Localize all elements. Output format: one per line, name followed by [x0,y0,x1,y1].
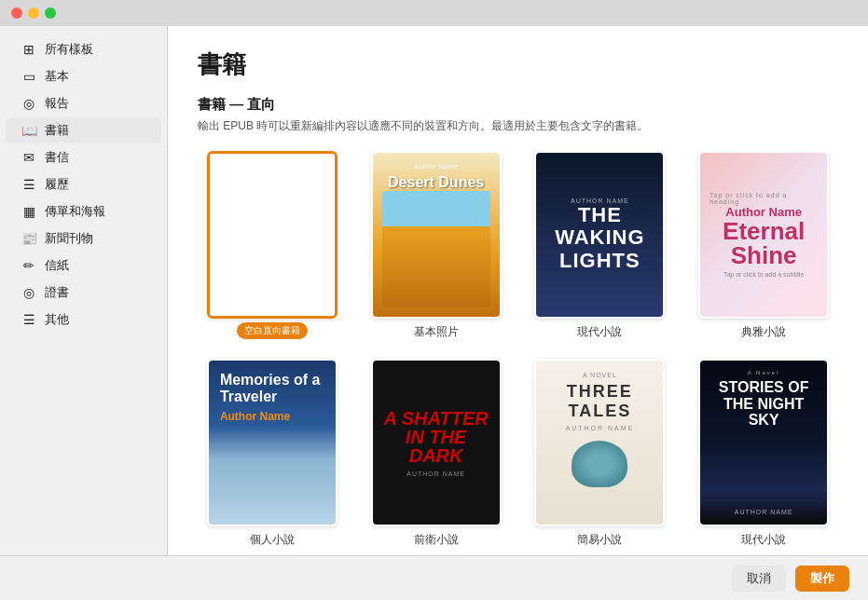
basic-icon: ▭ [21,68,37,85]
sidebar-item-newsletter[interactable]: 📰 新聞刊物 [6,225,161,252]
maximize-button[interactable] [45,7,56,19]
other-icon: ☰ [21,311,37,328]
sidebar-item-letter[interactable]: ✉ 書信 [6,144,161,170]
template-thumb-desert: Author Name Desert Dunes [371,151,502,319]
eternal-tip: Tap or click to add a heading [710,192,818,205]
sidebar-item-stationery-label: 信紙 [45,257,69,274]
template-waking-lights[interactable]: Author Name THE WAKING LIGHTS 現代小說 [526,151,675,340]
template-thumb-shatter: A Shatter in the Dark AUTHOR NAME [371,359,502,526]
desert-title: Desert Dunes [382,174,490,191]
template-label-memories: 個人小說 [250,532,295,548]
sidebar-item-flyer[interactable]: ▦ 傳單和海報 [6,198,161,225]
three-tales-author: AUTHOR NAME [566,425,635,431]
template-label-eternal-shine: 典雅小說 [741,324,786,340]
template-three-tales[interactable]: A Novel THREE TALES AUTHOR NAME 簡易小說 [526,359,675,548]
template-blank[interactable]: 空白直向書籍 [198,151,347,340]
sidebar-item-resume[interactable]: ☰ 履歷 [6,171,161,198]
shatter-author: AUTHOR NAME [406,470,465,477]
cancel-button[interactable]: 取消 [732,566,786,592]
eternal-title: Eternal Shine [710,219,818,267]
three-tales-novel: A Novel [583,372,617,378]
templates-scroll: 空白直向書籍 Author Name Desert Dunes 基本照片 [168,151,868,555]
sidebar-item-certificate[interactable]: ◎ 證書 [6,280,161,306]
page-title: 書籍 [198,48,838,81]
all-templates-icon: ⊞ [21,41,37,58]
night-sky-novel: A Novel [748,370,780,375]
sidebar-item-basic-label: 基本 [45,68,69,85]
template-eternal-shine[interactable]: Tap or click to add a heading Author Nam… [689,151,838,340]
eternal-subtitle: Tap or click to add a subtitle [723,271,804,278]
minimize-button[interactable] [28,7,39,19]
sidebar-item-flyer-label: 傳單和海報 [45,203,105,220]
template-label-three-tales: 簡易小說 [577,532,622,548]
memories-title: Memories of a Traveler [220,372,324,404]
sidebar-item-certificate-label: 證書 [45,284,69,301]
sidebar-item-basic[interactable]: ▭ 基本 [6,63,161,89]
template-thumb-night-sky: A Novel STORIES OF THE NIGHT SKY AUTHOR … [698,359,829,526]
template-desert[interactable]: Author Name Desert Dunes 基本照片 [362,151,511,340]
template-thumb-eternal-shine: Tap or click to add a heading Author Nam… [698,151,829,319]
resume-icon: ☰ [21,176,37,193]
content-area: 書籍 書籍 — 直向 輸出 EPUB 時可以重新編排內容以適應不同的裝置和方向。… [168,26,868,555]
footer: 取消 製作 [0,555,868,600]
templates-grid: 空白直向書籍 Author Name Desert Dunes 基本照片 [198,151,838,555]
letter-icon: ✉ [21,149,37,166]
sidebar-item-report-label: 報告 [45,95,69,112]
template-label-waking-lights: 現代小說 [577,324,622,340]
close-button[interactable] [11,7,22,19]
sidebar: ⊞ 所有樣板 ▭ 基本 ◎ 報告 📖 書籍 ✉ 書信 ☰ 履歷 ▦ 傳單和海報 … [0,26,168,555]
titlebar [0,0,868,26]
create-button[interactable]: 製作 [795,566,849,592]
sidebar-item-stationery[interactable]: ✏ 信紙 [6,252,161,279]
report-icon: ◎ [21,95,37,112]
sidebar-item-report[interactable]: ◎ 報告 [6,90,161,116]
section-title: 書籍 — 直向 [198,96,838,114]
sidebar-item-all-label: 所有樣板 [45,41,93,58]
shatter-title: A Shatter in the Dark [380,409,492,465]
template-thumb-waking-lights: Author Name THE WAKING LIGHTS [534,151,665,319]
sidebar-item-other[interactable]: ☰ 其他 [6,307,161,333]
template-badge-blank: 空白直向書籍 [237,322,308,339]
sidebar-item-letter-label: 書信 [45,149,69,166]
sidebar-item-resume-label: 履歷 [45,176,69,193]
certificate-icon: ◎ [21,284,37,301]
waking-title: THE WAKING LIGHTS [545,204,654,272]
section-desc: 輸出 EPUB 時可以重新編排內容以適應不同的裝置和方向。最適用於主要包含文字的… [198,117,838,134]
desert-author: Author Name [382,162,490,170]
template-label-night-sky: 現代小說 [741,532,786,548]
sidebar-item-book[interactable]: 📖 書籍 [6,117,161,143]
sidebar-item-book-label: 書籍 [45,122,69,139]
traffic-lights [11,7,56,19]
newsletter-icon: 📰 [21,230,37,247]
template-thumb-three-tales: A Novel THREE TALES AUTHOR NAME [534,359,665,526]
content-header: 書籍 書籍 — 直向 輸出 EPUB 時可以重新編排內容以適應不同的裝置和方向。… [168,26,868,151]
main-layout: ⊞ 所有樣板 ▭ 基本 ◎ 報告 📖 書籍 ✉ 書信 ☰ 履歷 ▦ 傳單和海報 … [0,26,868,555]
sidebar-item-all[interactable]: ⊞ 所有樣板 [6,36,161,62]
template-label-desert: 基本照片 [414,324,459,340]
template-thumb-memories: Memories of a Traveler Author Name [207,359,338,526]
night-sky-title: STORIES OF THE NIGHT SKY [710,379,818,429]
template-memories[interactable]: Memories of a Traveler Author Name 個人小說 [198,359,347,548]
three-tales-egg-image [572,441,627,487]
night-sky-author: AUTHOR NAME [735,509,793,515]
three-tales-title: THREE TALES [547,382,652,421]
template-night-sky[interactable]: A Novel STORIES OF THE NIGHT SKY AUTHOR … [689,359,838,548]
desert-image [382,191,490,307]
book-icon: 📖 [21,122,37,139]
template-label-shatter: 前衛小說 [414,532,459,548]
flyer-icon: ▦ [21,203,37,220]
stationery-icon: ✏ [21,257,37,274]
sidebar-item-other-label: 其他 [45,311,69,328]
template-shatter[interactable]: A Shatter in the Dark AUTHOR NAME 前衛小說 [362,359,511,548]
sidebar-item-newsletter-label: 新聞刊物 [45,230,93,247]
template-thumb-blank [207,151,338,319]
memories-author: Author Name [220,410,290,423]
